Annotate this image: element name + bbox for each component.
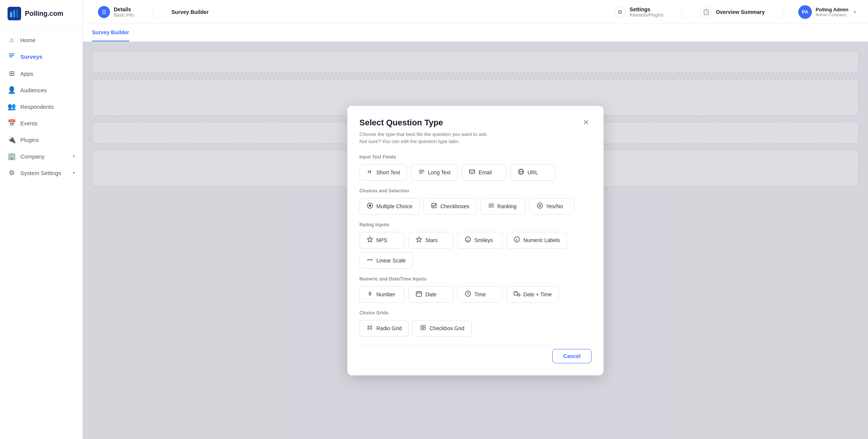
svg-point-33 bbox=[367, 259, 369, 261]
apps-icon: ⊞ bbox=[8, 69, 16, 78]
sidebar-item-audiences[interactable]: 👤 Audiences bbox=[0, 82, 83, 98]
svg-rect-57 bbox=[423, 325, 425, 327]
sidebar-label-surveys: Surveys bbox=[20, 53, 42, 60]
svg-point-34 bbox=[369, 259, 371, 261]
svg-point-55 bbox=[370, 328, 372, 329]
chevron-down-icon: ▾ bbox=[73, 154, 75, 159]
option-nps[interactable]: NPS bbox=[359, 232, 405, 248]
smileys-icon bbox=[465, 236, 471, 244]
yes-no-icon bbox=[536, 202, 543, 210]
option-checkbox-grid[interactable]: Checkbox Grid bbox=[413, 320, 472, 337]
section-label-grids: Choice Grids bbox=[359, 310, 591, 316]
svg-point-25 bbox=[539, 205, 540, 206]
step-settings-sub: Rewards/Plugins bbox=[630, 12, 663, 18]
sidebar-label-company: Company bbox=[20, 153, 44, 160]
option-date-time-label: Date + Time bbox=[523, 291, 552, 297]
topbar-steps: ☰ Details Basic Info. Survey Builder bbox=[92, 5, 215, 20]
tab-survey-builder[interactable]: Survey Builder bbox=[92, 24, 129, 41]
step-builder-info: Survey Builder bbox=[171, 9, 209, 15]
url-icon bbox=[518, 168, 524, 177]
option-numeric-labels[interactable]: $ Numeric Labels bbox=[506, 232, 567, 248]
svg-point-52 bbox=[368, 326, 369, 327]
choices-options: Multiple Choice Checkboxes Ranking bbox=[359, 198, 591, 215]
grids-options: Radio Grid Checkbox Grid bbox=[359, 320, 591, 337]
sidebar-item-system-settings[interactable]: ⚙ System Settings ▾ bbox=[0, 165, 83, 181]
option-date[interactable]: Date bbox=[408, 286, 454, 303]
step-divider-2 bbox=[682, 5, 682, 20]
sidebar-item-home[interactable]: ⌂ Home bbox=[0, 32, 83, 48]
user-section[interactable]: PA Polling Admin Admin Company ▾ bbox=[795, 5, 859, 19]
short-text-icon: T bbox=[367, 168, 373, 177]
option-number[interactable]: Number bbox=[359, 286, 405, 303]
sidebar-item-respondents[interactable]: 👥 Respondents bbox=[0, 98, 83, 115]
option-yes-no[interactable]: Yes/No bbox=[529, 198, 575, 215]
nps-icon bbox=[367, 236, 373, 244]
option-short-text-label: Short Text bbox=[376, 169, 400, 175]
input-text-options: T Short Text Long Text Em bbox=[359, 164, 591, 181]
svg-point-29 bbox=[467, 238, 468, 239]
svg-point-18 bbox=[369, 204, 371, 207]
option-date-label: Date bbox=[425, 291, 437, 297]
step-details[interactable]: ☰ Details Basic Info. bbox=[92, 6, 141, 18]
svg-rect-5 bbox=[9, 55, 14, 56]
step-settings[interactable]: ⚙ Settings Rewards/Plugins bbox=[608, 6, 669, 18]
date-icon bbox=[416, 290, 422, 299]
option-long-text-label: Long Text bbox=[428, 169, 451, 175]
sidebar-item-plugins[interactable]: 🔌 Plugins bbox=[0, 131, 83, 148]
content-area: Select Question Type ✕ Choose the type t… bbox=[83, 42, 868, 439]
step-builder-title: Survey Builder bbox=[171, 9, 209, 15]
option-ranking-label: Ranking bbox=[497, 203, 517, 209]
sidebar-item-company[interactable]: 🏢 Company ▾ bbox=[0, 148, 83, 165]
option-url-label: URL bbox=[527, 169, 538, 175]
option-stars[interactable]: Stars bbox=[408, 232, 454, 248]
option-time[interactable]: Time bbox=[457, 286, 503, 303]
checkboxes-icon bbox=[431, 202, 437, 210]
ranking-icon bbox=[487, 202, 494, 210]
option-linear-scale[interactable]: Linear Scale bbox=[359, 252, 413, 269]
modal-close-button[interactable]: ✕ bbox=[581, 118, 591, 127]
svg-rect-1 bbox=[10, 12, 12, 17]
option-date-time[interactable]: Date + Time bbox=[506, 286, 559, 303]
sidebar-label-respondents: Respondents bbox=[20, 104, 53, 110]
option-ranking[interactable]: Ranking bbox=[480, 198, 526, 215]
svg-line-45 bbox=[468, 294, 469, 294]
step-settings-title: Settings bbox=[630, 6, 663, 12]
option-short-text[interactable]: T Short Text bbox=[359, 164, 407, 181]
option-smileys[interactable]: Smileys bbox=[457, 232, 503, 248]
step-details-info: Details Basic Info. bbox=[114, 6, 135, 18]
modal-footer: Cancel bbox=[359, 344, 591, 363]
svg-text:$: $ bbox=[516, 238, 518, 242]
sidebar-item-surveys[interactable]: Surveys bbox=[0, 48, 83, 65]
option-url[interactable]: URL bbox=[510, 164, 556, 181]
time-icon bbox=[465, 290, 471, 299]
option-multiple-choice[interactable]: Multiple Choice bbox=[359, 198, 420, 215]
long-text-icon bbox=[418, 168, 425, 177]
overview-icon: 📋 bbox=[700, 6, 712, 18]
step-overview-info: Overview Summary bbox=[716, 9, 765, 15]
surveys-icon bbox=[8, 52, 16, 61]
topbar: ☰ Details Basic Info. Survey Builder ⚙ S… bbox=[83, 0, 868, 24]
rating-options: NPS Stars Smileys bbox=[359, 232, 591, 269]
svg-point-54 bbox=[370, 326, 372, 327]
chevron-down-icon-2: ▾ bbox=[73, 170, 75, 175]
modal-description: Choose the type that best fits the quest… bbox=[359, 131, 591, 145]
option-email[interactable]: Email bbox=[462, 164, 507, 181]
step-details-icon: ☰ bbox=[98, 6, 110, 18]
section-label-choices: Choices and Selection bbox=[359, 188, 591, 194]
cancel-button[interactable]: Cancel bbox=[552, 349, 591, 363]
sidebar-item-events[interactable]: 📅 Events bbox=[0, 115, 83, 131]
svg-marker-27 bbox=[416, 237, 422, 242]
option-radio-grid[interactable]: Radio Grid bbox=[359, 320, 409, 337]
option-long-text[interactable]: Long Text bbox=[411, 164, 458, 181]
svg-rect-39 bbox=[416, 292, 422, 296]
sidebar-label-plugins: Plugins bbox=[20, 137, 39, 143]
step-builder[interactable]: Survey Builder bbox=[165, 9, 215, 15]
option-checkboxes[interactable]: Checkboxes bbox=[423, 198, 477, 215]
home-icon: ⌂ bbox=[8, 36, 16, 44]
logo-text: Polling.com bbox=[25, 10, 63, 18]
sidebar-item-apps[interactable]: ⊞ Apps bbox=[0, 65, 83, 82]
system-settings-icon: ⚙ bbox=[8, 169, 16, 177]
user-company: Admin Company bbox=[816, 12, 848, 17]
step-overview-title: Overview Summary bbox=[716, 9, 765, 15]
step-overview[interactable]: 📋 Overview Summary bbox=[694, 6, 771, 18]
